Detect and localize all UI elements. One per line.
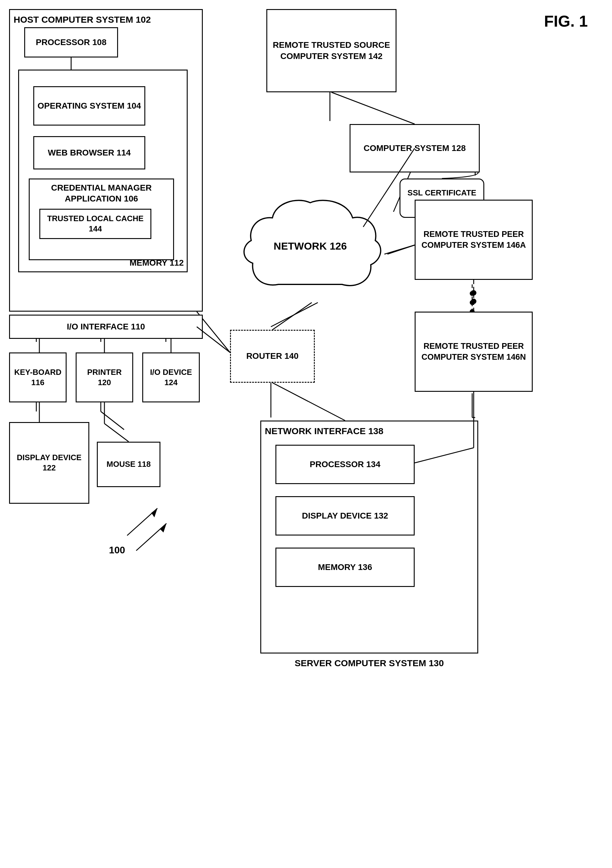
- router-box: ROUTER 140: [230, 330, 315, 383]
- network-cloud: NETWORK 126: [236, 194, 384, 302]
- network-cloud-svg: NETWORK 126: [236, 194, 384, 302]
- svg-line-30: [272, 383, 345, 420]
- keyboard-box: KEY-BOARD 116: [9, 352, 67, 402]
- io-device-box: I/O DEVICE 124: [142, 352, 200, 402]
- display-device-132-box: DISPLAY DEVICE 132: [275, 496, 415, 535]
- svg-line-25: [272, 302, 312, 330]
- svg-line-26: [384, 245, 415, 254]
- processor-108-box: PROCESSOR 108: [24, 27, 118, 57]
- svg-point-28: [471, 290, 477, 296]
- svg-line-11: [271, 302, 318, 327]
- remote-trusted-peer-n-box: REMOTE TRUSTED PEER COMPUTER SYSTEM 146N: [415, 312, 533, 392]
- svg-line-23: [331, 92, 415, 124]
- svg-line-6: [101, 411, 124, 429]
- svg-marker-21: [151, 508, 157, 517]
- svg-text:NETWORK 126: NETWORK 126: [273, 240, 347, 252]
- remote-trusted-source-box: REMOTE TRUSTED SOURCE COMPUTER SYSTEM 14…: [266, 9, 396, 92]
- io-interface-box: I/O INTERFACE 110: [9, 315, 203, 339]
- diagram: FIG. 1 HOST COMPUTER SYSTEM 102 PROCESSO…: [0, 0, 612, 868]
- processor-134-box: PROCESSOR 134: [275, 445, 415, 484]
- network-interface-label: NETWORK INTERFACE 138: [265, 425, 384, 437]
- remote-trusted-peer-a-box: REMOTE TRUSTED PEER COMPUTER SYSTEM 146A: [415, 200, 533, 280]
- figure-title: FIG. 1: [544, 12, 588, 30]
- operating-system-box: OPERATING SYSTEM 104: [33, 86, 145, 126]
- diagram-ref-label: 100: [109, 545, 125, 556]
- mouse-box: MOUSE 118: [97, 442, 160, 487]
- memory-136-box: MEMORY 136: [275, 548, 415, 587]
- server-computer-label: SERVER COMPUTER SYSTEM 130: [260, 658, 478, 668]
- svg-point-29: [471, 299, 477, 304]
- svg-marker-42: [160, 523, 166, 532]
- credential-manager-label: CREDENTIAL MANAGER APPLICATION 106: [33, 183, 170, 205]
- computer-system-128-box: COMPUTER SYSTEM 128: [349, 124, 480, 172]
- svg-line-12: [387, 245, 415, 254]
- svg-point-18: [470, 300, 475, 305]
- svg-line-41: [136, 523, 166, 551]
- svg-line-20: [127, 508, 157, 535]
- web-browser-box: WEB BROWSER 114: [33, 136, 145, 169]
- printer-box: PRINTER 120: [76, 352, 133, 402]
- trusted-local-cache-box: TRUSTED LOCAL CACHE 144: [39, 209, 151, 239]
- svg-point-17: [470, 291, 475, 296]
- host-computer-label: HOST COMPUTER SYSTEM 102: [14, 14, 151, 25]
- svg-line-38: [104, 423, 129, 442]
- display-device-box: DISPLAY DEVICE 122: [9, 422, 89, 504]
